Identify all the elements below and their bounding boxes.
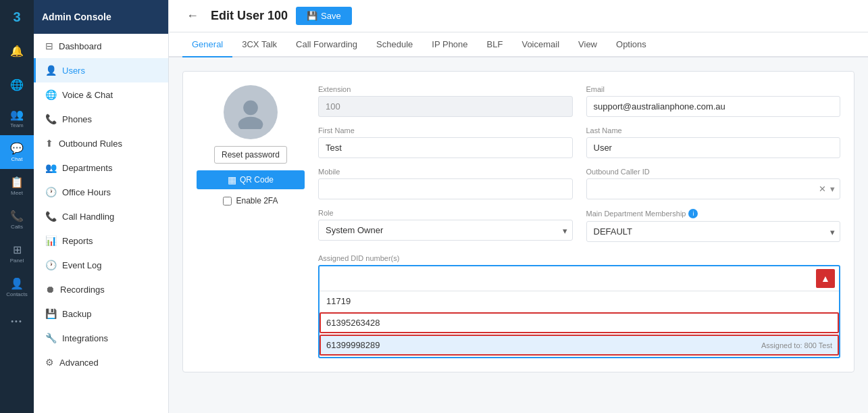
did-list: 11719 61395263428 61399998289 Assigned t…: [320, 291, 839, 357]
tab-voicemail[interactable]: Voicemail: [512, 32, 569, 57]
meet-label: Meet: [11, 190, 23, 196]
role-select[interactable]: System Owner: [318, 220, 573, 241]
reset-password-button[interactable]: Reset password: [214, 146, 287, 164]
enable-2fa-text: Enable 2FA: [236, 196, 278, 205]
calls-icon: 📞: [10, 210, 24, 222]
call-handling-icon: 📞: [45, 211, 57, 222]
team-label: Team: [10, 122, 24, 128]
sidebar-item-office-hours[interactable]: 🕐 Office Hours: [34, 180, 168, 204]
first-name-group: First Name: [318, 126, 573, 158]
qr-label: QR Code: [240, 175, 274, 185]
caller-id-icons: ✕ ▾: [819, 184, 835, 194]
dashboard-icon: ⊟: [45, 41, 53, 51]
sidebar-item-voice-chat[interactable]: 🌐 Voice & Chat: [34, 82, 168, 107]
tab-general[interactable]: General: [182, 32, 232, 57]
calls-label: Calls: [11, 224, 23, 230]
logo-icon: 3: [13, 9, 20, 25]
sidebar-item-dashboard[interactable]: ⊟ Dashboard: [34, 34, 168, 58]
mobile-input[interactable]: [318, 178, 573, 199]
tab-view[interactable]: View: [569, 32, 607, 57]
sidebar-item-outbound-rules[interactable]: ⬆ Outbound Rules: [34, 131, 168, 155]
main-dept-select[interactable]: DEFAULT: [586, 221, 841, 242]
outbound-caller-id-label: Outbound Caller ID: [586, 168, 841, 176]
sidebar-label-phones: Phones: [62, 114, 92, 124]
main-dept-label: Main Department Membership: [586, 210, 686, 218]
did-item-61395263428[interactable]: 61395263428: [320, 312, 839, 333]
icon-bar-calls[interactable]: 📞 Calls: [0, 203, 34, 237]
backup-icon: 💾: [45, 308, 57, 319]
sidebar-item-backup[interactable]: 💾 Backup: [34, 301, 168, 326]
did-item-11719[interactable]: 11719: [320, 291, 839, 311]
last-name-group: Last Name: [586, 126, 841, 158]
icon-bar-bell[interactable]: 🔔: [0, 34, 34, 68]
sidebar-label-office-hours: Office Hours: [62, 187, 111, 197]
avatar-section: Reset password ▦ QR Code Enable 2FA: [197, 85, 305, 205]
icon-bar-more[interactable]: •••: [0, 304, 34, 338]
outbound-caller-id-input[interactable]: [586, 178, 841, 199]
tab-3cx-talk[interactable]: 3CX Talk: [232, 32, 286, 57]
sidebar-item-call-handling[interactable]: 📞 Call Handling: [34, 204, 168, 228]
icon-bar-meet[interactable]: 📋 Meet: [0, 169, 34, 203]
did-search-input[interactable]: [324, 274, 816, 284]
did-item-61399998289[interactable]: 61399998289 Assigned to: 800 Test: [320, 335, 839, 356]
globe-icon: 🌐: [10, 78, 24, 91]
icon-bar: 3 🔔 🌐 👥 Team 💬 Chat 📋 Meet 📞 Calls ⊞ Pan…: [0, 0, 34, 413]
sidebar-item-recordings[interactable]: ⏺ Recordings: [34, 277, 168, 301]
enable-2fa-checkbox[interactable]: [223, 197, 232, 205]
sidebar-item-reports[interactable]: 📊 Reports: [34, 228, 168, 253]
meet-icon: 📋: [10, 176, 24, 189]
back-button[interactable]: ←: [182, 7, 203, 24]
role-group: Role System Owner ▾: [318, 209, 573, 242]
main-dept-select-wrap: DEFAULT ▾: [586, 221, 841, 242]
sidebar-label-integrations: Integrations: [62, 333, 108, 343]
dropdown-caller-id-icon[interactable]: ▾: [830, 184, 835, 194]
page-header: ← Edit User 100 💾 Save: [169, 0, 868, 32]
did-dropdown-wrap: ▲ 11719 61395263428 61399998289 Ass: [318, 265, 840, 358]
outbound-icon: ⬆: [45, 138, 53, 149]
role-select-wrap: System Owner ▾: [318, 220, 573, 241]
sidebar-item-integrations[interactable]: 🔧 Integrations: [34, 326, 168, 350]
more-icon: •••: [11, 317, 23, 325]
sidebar-label-backup: Backup: [62, 309, 91, 319]
first-name-input[interactable]: [318, 137, 573, 158]
clear-caller-id-icon[interactable]: ✕: [819, 184, 826, 194]
sidebar-label-users: Users: [62, 66, 85, 76]
icon-bar-globe[interactable]: 🌐: [0, 68, 34, 101]
sidebar-label-recordings: Recordings: [60, 285, 105, 295]
enable-2fa-label[interactable]: Enable 2FA: [223, 196, 278, 205]
tab-bar: General 3CX Talk Call Forwarding Schedul…: [169, 32, 868, 57]
main-dept-label-row: Main Department Membership i: [586, 209, 841, 218]
sidebar-item-event-log[interactable]: 🕐 Event Log: [34, 253, 168, 277]
qr-code-button[interactable]: ▦ QR Code: [197, 170, 305, 189]
tab-blf[interactable]: BLF: [478, 32, 513, 57]
tab-ip-phone[interactable]: IP Phone: [422, 32, 477, 57]
team-icon: 👥: [10, 108, 24, 121]
tab-options[interactable]: Options: [607, 32, 656, 57]
sidebar-label-event-log: Event Log: [62, 260, 102, 270]
form-grid: Extension Email First Name Last Name: [318, 85, 840, 358]
icon-bar-panel[interactable]: ⊞ Panel: [0, 237, 34, 270]
did-search-row: ▲: [320, 266, 839, 291]
email-input[interactable]: [586, 96, 841, 117]
sidebar-item-users[interactable]: 👤 Users: [34, 58, 168, 82]
sidebar-label-departments: Departments: [62, 163, 112, 173]
outbound-caller-id-wrap: ✕ ▾: [586, 178, 841, 199]
main-dept-info-icon[interactable]: i: [688, 209, 698, 218]
role-label: Role: [318, 209, 573, 217]
tab-schedule[interactable]: Schedule: [367, 32, 422, 57]
did-toggle-button[interactable]: ▲: [816, 269, 835, 288]
sidebar-item-departments[interactable]: 👥 Departments: [34, 155, 168, 180]
avatar-icon: [234, 95, 267, 129]
sidebar-item-advanced[interactable]: ⚙ Advanced: [34, 350, 168, 374]
tab-call-forwarding[interactable]: Call Forwarding: [286, 32, 367, 57]
icon-bar-contacts[interactable]: 👤 Contacts: [0, 270, 34, 304]
save-button[interactable]: 💾 Save: [296, 7, 352, 25]
sidebar-item-phones[interactable]: 📞 Phones: [34, 107, 168, 131]
icon-bar-chat[interactable]: 💬 Chat: [0, 135, 34, 169]
icon-bar-team[interactable]: 👥 Team: [0, 101, 34, 135]
extension-input[interactable]: [318, 96, 573, 117]
last-name-input[interactable]: [586, 137, 841, 158]
mobile-group: Mobile: [318, 168, 573, 199]
avatar: [224, 85, 278, 139]
contacts-label: Contacts: [6, 291, 28, 297]
